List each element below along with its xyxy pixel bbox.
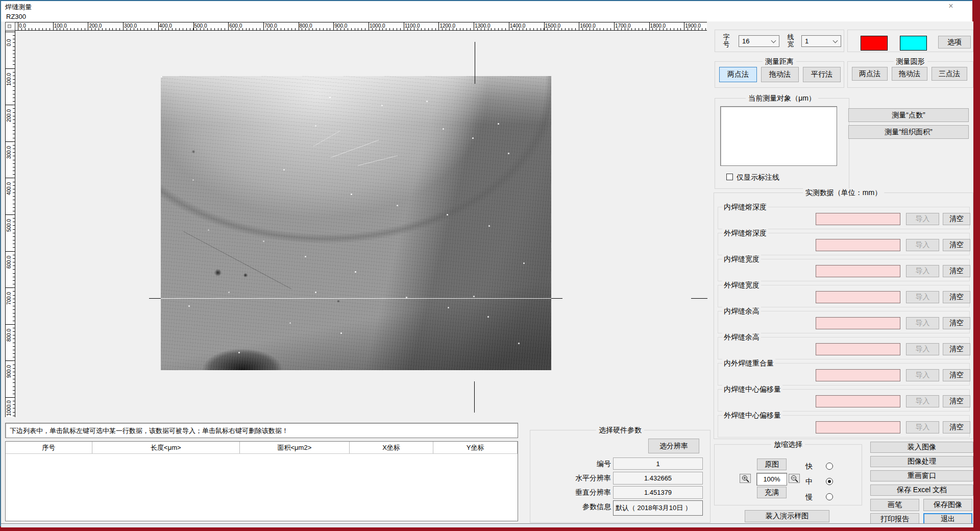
ruler-tick-label: 1600.0: [580, 23, 596, 29]
load-demo-button[interactable]: 装入演示样图: [745, 510, 829, 522]
table-column-header[interactable]: 序号: [6, 442, 92, 453]
distance-method-button[interactable]: 两点法: [719, 67, 757, 82]
ruler-tick-label: 1700.0: [615, 23, 631, 29]
table-column-header[interactable]: Y坐标: [433, 442, 518, 453]
ruler-tick-label: 1000.0: [6, 398, 12, 418]
process-image-button[interactable]: 图像处理: [870, 456, 973, 467]
distance-method-button[interactable]: 平行法: [803, 67, 841, 82]
clear-button[interactable]: 清空: [943, 265, 970, 277]
save-excel-button[interactable]: 保存 Excel 文档: [870, 485, 973, 496]
measure-points-button[interactable]: 测量“点数”: [848, 108, 969, 122]
specimen-scratch: [313, 131, 340, 147]
clear-button[interactable]: 清空: [943, 421, 970, 433]
circle-method-button[interactable]: 三点法: [932, 67, 967, 81]
ruler-major-tick: [18, 22, 18, 30]
measured-row: 外焊缝熔深度导入清空: [718, 233, 970, 255]
table-body[interactable]: [6, 454, 518, 521]
ruler-major-tick: [684, 22, 684, 30]
measured-value-field[interactable]: [816, 291, 900, 303]
ruler-tick-label: 1100.0: [405, 23, 420, 29]
ruler-tick-label: 500.0: [6, 215, 12, 236]
speed-radio[interactable]: [826, 463, 833, 470]
clear-button[interactable]: 清空: [943, 395, 970, 407]
measured-row-label: 外焊缝熔深度: [722, 229, 768, 238]
measured-value-field[interactable]: [816, 213, 900, 225]
ruler-tick-label: 800.0: [300, 23, 312, 29]
redraw-window-button[interactable]: 重画窗口: [870, 470, 973, 481]
import-button[interactable]: 导入: [906, 369, 939, 381]
hardware-param-value[interactable]: 1.432665: [613, 472, 703, 485]
original-size-button[interactable]: 原图: [757, 458, 787, 470]
ruler-major-tick: [544, 22, 545, 30]
speed-radio[interactable]: [826, 493, 833, 500]
measured-value-field[interactable]: [816, 421, 900, 433]
load-image-button[interactable]: 装入图像: [870, 442, 973, 453]
show-annotation-checkbox[interactable]: [726, 174, 733, 180]
ruler-tick-label: 900.0: [334, 23, 347, 29]
import-button[interactable]: 导入: [906, 395, 939, 407]
specimen-speckles: [161, 76, 162, 78]
clear-button[interactable]: 清空: [943, 239, 970, 251]
select-resolution-button[interactable]: 选分辨率: [648, 439, 699, 453]
save-image-button[interactable]: 保存图像: [923, 499, 972, 511]
measure-area-button[interactable]: 测量“组织面积”: [848, 125, 969, 139]
clear-button[interactable]: 清空: [943, 291, 970, 303]
measured-value-field[interactable]: [816, 369, 900, 381]
import-button[interactable]: 导入: [906, 213, 939, 225]
crosshair-dash-right: [691, 298, 707, 299]
import-button[interactable]: 导入: [906, 239, 939, 251]
measured-value-field[interactable]: [816, 343, 900, 355]
measured-value-field[interactable]: [816, 395, 900, 407]
crosshair-tick-left: [149, 298, 161, 299]
table-column-header[interactable]: 长度<μm>: [92, 442, 240, 453]
close-icon[interactable]: ×: [944, 2, 958, 11]
table-column-header[interactable]: 面积<μm2>: [240, 442, 350, 453]
ruler-tick-label: 600.0: [6, 252, 12, 272]
primary-color-swatch[interactable]: [861, 36, 888, 51]
import-button[interactable]: 导入: [906, 421, 939, 433]
distance-method-button[interactable]: 拖动法: [761, 67, 799, 82]
measured-row: 内焊缝熔深度导入清空: [718, 207, 970, 229]
zoom-out-icon[interactable]: [789, 474, 800, 483]
zoom-value-field[interactable]: 100%: [756, 473, 787, 486]
measured-value-field[interactable]: [816, 239, 900, 251]
import-button[interactable]: 导入: [906, 343, 939, 355]
speed-radio[interactable]: [826, 478, 833, 485]
color-options-group: 选项: [847, 30, 973, 52]
fit-button[interactable]: 充满: [757, 487, 787, 498]
clear-button[interactable]: 清空: [943, 317, 970, 329]
ruler-tick-label: 900.0: [6, 361, 12, 382]
clear-button[interactable]: 清空: [943, 369, 970, 381]
ruler-major-tick: [53, 22, 54, 30]
zoom-in-icon[interactable]: [740, 474, 751, 483]
ruler-tick-label: 200.0: [6, 106, 12, 126]
hardware-param-value[interactable]: 1.451379: [613, 486, 703, 499]
measured-value-field[interactable]: [816, 317, 900, 329]
measured-value-field[interactable]: [816, 265, 900, 277]
font-size-select[interactable]: 16: [739, 35, 779, 47]
specimen-image[interactable]: [161, 76, 551, 370]
import-button[interactable]: 导入: [906, 317, 939, 329]
current-object-title: 当前测量对象（μm）: [746, 94, 818, 103]
clear-button[interactable]: 清空: [943, 213, 970, 225]
line-width-select[interactable]: 1: [801, 35, 841, 47]
hardware-param-value[interactable]: 1: [613, 457, 703, 470]
circle-method-button[interactable]: 两点法: [852, 67, 888, 81]
line-width-label: 线宽: [787, 34, 795, 48]
specimen-crack-line: [183, 231, 291, 289]
import-button[interactable]: 导入: [906, 291, 939, 303]
circle-method-button[interactable]: 拖动法: [892, 67, 927, 81]
measured-row: 内焊缝宽度导入清空: [718, 259, 970, 281]
menu-item-rz300[interactable]: RZ300: [6, 13, 26, 20]
font-size-label: 字号: [722, 34, 730, 48]
clear-button[interactable]: 清空: [943, 343, 970, 355]
pen-button[interactable]: 画笔: [870, 499, 919, 511]
options-button[interactable]: 选项: [938, 36, 971, 49]
import-button[interactable]: 导入: [906, 265, 939, 277]
ruler-tick-label: 300.0: [124, 23, 137, 29]
secondary-color-swatch[interactable]: [900, 36, 927, 51]
current-object-listbox[interactable]: [720, 106, 837, 166]
hardware-param-value[interactable]: 默认（ 2018年3月10日 ）: [613, 500, 703, 516]
table-column-header[interactable]: X坐标: [350, 442, 434, 453]
hardware-params-title: 选择硬件参数: [596, 426, 644, 435]
